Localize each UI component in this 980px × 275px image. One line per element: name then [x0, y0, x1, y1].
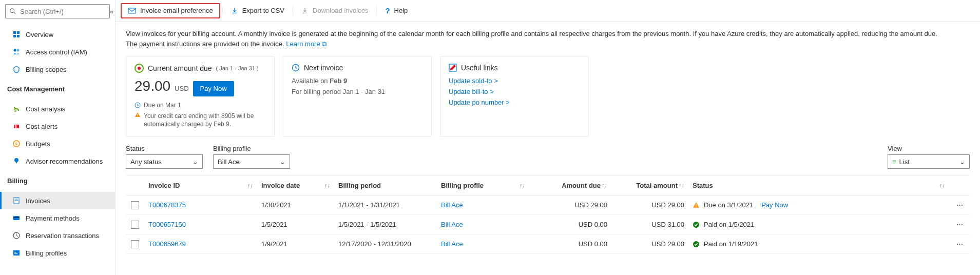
- sidebar-item-advisor-recommendations[interactable]: Advisor recommendations: [0, 152, 115, 170]
- reservation-icon: [12, 231, 21, 240]
- status-filter-value: Any status: [130, 158, 162, 166]
- sidebar-item-cost-analysis[interactable]: $Cost analysis: [0, 100, 115, 117]
- view-dropdown[interactable]: ≡ List ⌄: [888, 154, 970, 169]
- row-more-button[interactable]: ⋯: [949, 240, 970, 248]
- available-prefix: Available on: [292, 77, 330, 85]
- sidebar-item-label: Overview: [26, 31, 53, 38]
- svg-rect-26: [137, 114, 138, 115]
- sidebar-item-budgets[interactable]: $Budgets: [0, 135, 115, 152]
- billing-profile-link[interactable]: Bill Ace: [441, 240, 463, 248]
- external-icon: ⧉: [322, 40, 326, 48]
- clock-icon: [292, 64, 300, 72]
- svg-rect-22: [128, 8, 136, 13]
- status-filter-dropdown[interactable]: Any status ⌄: [126, 154, 203, 169]
- next-invoice-card: Next invoice Available on Feb 9 For bill…: [283, 56, 432, 136]
- col-invoice-id[interactable]: Invoice ID: [148, 182, 180, 189]
- invoice-date: 1/5/2021: [257, 221, 334, 228]
- sidebar-item-access-control-iam-[interactable]: Access control (IAM): [0, 43, 115, 61]
- export-csv-button[interactable]: Export to CSV: [225, 3, 291, 18]
- invoice-id-link[interactable]: T000657150: [148, 221, 186, 228]
- collapse-sidebar-button[interactable]: «: [110, 8, 113, 15]
- col-invoice-date[interactable]: Invoice date: [261, 182, 300, 189]
- invoice-email-preference-label: Invoice email preference: [140, 7, 213, 14]
- svg-point-7: [17, 49, 20, 52]
- svg-rect-21: [14, 253, 17, 254]
- row-checkbox[interactable]: [131, 240, 139, 248]
- col-billing-period[interactable]: Billing period: [338, 182, 381, 189]
- nav-heading-cost: Cost Management: [0, 81, 115, 97]
- useful-links-card: Useful links Update sold-to > Update bil…: [440, 56, 589, 136]
- col-billing-profile[interactable]: Billing profile: [441, 182, 484, 189]
- billing-period: 1/1/2021 - 1/31/2021: [334, 201, 437, 209]
- mail-icon: [128, 7, 136, 15]
- amount-due: USD 0.00: [529, 221, 611, 228]
- sidebar-item-payment-methods[interactable]: Payment methods: [0, 209, 115, 227]
- status-text: Due on 3/1/2021: [704, 201, 753, 209]
- sidebar-item-billing-scopes[interactable]: Billing scopes: [0, 61, 115, 78]
- pay-now-link[interactable]: Pay Now: [761, 201, 788, 209]
- amount-due-range: ( Jan 1 - Jan 31 ): [216, 65, 259, 71]
- invoice-id-link[interactable]: T000678375: [148, 201, 186, 209]
- help-icon: ?: [385, 6, 390, 15]
- svg-rect-20: [14, 252, 16, 252]
- help-button[interactable]: ? Help: [379, 3, 414, 18]
- sidebar-item-overview[interactable]: Overview: [0, 26, 115, 43]
- total-amount: USD 31.00: [611, 221, 688, 228]
- update-bill-to-link[interactable]: Update bill-to >: [449, 88, 580, 95]
- sidebar-item-cost-alerts[interactable]: $Cost alerts: [0, 117, 115, 135]
- learn-more-link[interactable]: Learn more ⧉: [286, 40, 326, 48]
- pay-now-button[interactable]: Pay Now: [193, 81, 234, 96]
- amount-due-value: 29.00: [134, 78, 170, 94]
- sidebar-item-reservation-transactions[interactable]: Reservation transactions: [0, 227, 115, 244]
- invoice-email-preference-button[interactable]: Invoice email preference: [121, 3, 220, 18]
- profile-filter-value: Bill Ace: [218, 158, 240, 166]
- nav-heading-billing: Billing: [0, 173, 115, 189]
- invoices-icon: [12, 197, 21, 205]
- search-input[interactable]: [20, 8, 106, 15]
- svg-rect-4: [13, 35, 16, 37]
- help-label: Help: [394, 7, 408, 14]
- search-box[interactable]: [5, 4, 110, 18]
- chevron-down-icon: ⌄: [193, 158, 198, 166]
- sidebar-item-label: Access control (IAM): [26, 48, 87, 56]
- svg-line-1: [14, 12, 16, 14]
- sidebar-item-label: Cost analysis: [26, 105, 65, 113]
- scope-icon: [12, 65, 21, 73]
- amount-due-title: Current amount due: [148, 64, 212, 72]
- iam-icon: [12, 48, 21, 56]
- row-checkbox[interactable]: [131, 201, 139, 209]
- status-filter-label: Status: [126, 145, 203, 152]
- overview-icon: [12, 30, 21, 38]
- current-amount-due-card: Current amount due ( Jan 1 - Jan 31 ) 29…: [126, 56, 275, 136]
- table-row: T0006596791/9/202112/17/2020 - 12/31/202…: [126, 234, 970, 254]
- billing-profile-link[interactable]: Bill Ace: [441, 221, 463, 228]
- download-invoices-label: Download invoices: [313, 7, 368, 14]
- next-invoice-title: Next invoice: [304, 64, 343, 72]
- row-more-button[interactable]: ⋯: [949, 201, 970, 209]
- col-total-amount[interactable]: Total amount: [636, 182, 678, 189]
- due-on-text: Due on Mar 1: [144, 102, 181, 109]
- invoice-id-link[interactable]: T000659679: [148, 240, 186, 248]
- svg-text:$: $: [14, 108, 16, 113]
- sidebar-item-invoices[interactable]: Invoices: [0, 192, 115, 209]
- billing-profile-link[interactable]: Bill Ace: [441, 201, 463, 209]
- profile-filter-dropdown[interactable]: Bill Ace ⌄: [213, 154, 290, 169]
- profile-filter-label: Billing profile: [213, 145, 290, 152]
- sidebar-item-billing-profiles[interactable]: Billing profiles: [0, 244, 115, 262]
- cost-alerts-icon: $: [12, 122, 21, 130]
- col-amount-due[interactable]: Amount due: [562, 182, 601, 189]
- update-sold-to-link[interactable]: Update sold-to >: [449, 77, 580, 85]
- status-icon: [693, 221, 700, 228]
- view-label: View: [888, 145, 970, 152]
- col-status[interactable]: Status: [693, 182, 713, 189]
- update-po-number-link[interactable]: Update po number >: [449, 99, 580, 106]
- total-amount: USD 29.00: [611, 240, 688, 248]
- auto-charge-warning: Your credit card ending with 8905 will b…: [144, 112, 266, 129]
- profiles-icon: [12, 249, 21, 257]
- row-checkbox[interactable]: [131, 221, 139, 229]
- sidebar-item-label: Invoices: [26, 197, 50, 205]
- status-icon: [693, 241, 700, 248]
- row-more-button[interactable]: ⋯: [949, 221, 970, 228]
- status-text: Paid on 1/19/2021: [704, 240, 758, 248]
- svg-rect-27: [137, 116, 138, 116]
